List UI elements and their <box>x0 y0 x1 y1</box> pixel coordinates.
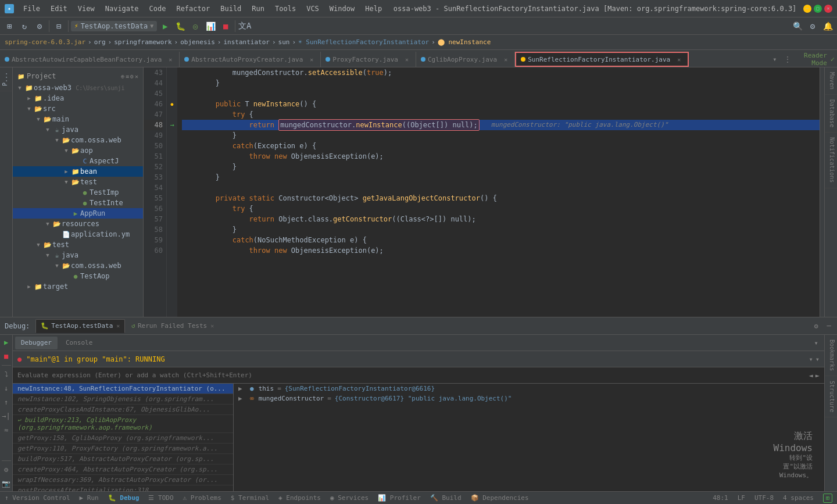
status-encoding[interactable]: UTF-8 <box>754 494 774 502</box>
reader-mode-label[interactable]: Reader Mode <box>795 52 829 67</box>
menu-file[interactable]: File <box>19 3 45 14</box>
frame-item-7[interactable]: createProxy:464, AbstractAutoProxyCreato… <box>13 464 233 475</box>
debug-settings2-btn[interactable]: ⚙ <box>1 464 12 475</box>
tree-src[interactable]: ▼ 📂 src <box>13 103 143 114</box>
tree-idea[interactable]: ▶ 📁 .idea <box>13 93 143 103</box>
var-item-1[interactable]: ▶ ∞ mungedConstructor = {Constructor@661… <box>234 394 824 403</box>
frame-item-8[interactable]: wrapIfNecessary:369, AbstractAutoProxyCr… <box>13 475 233 485</box>
thread-dropdown-btn[interactable]: ▾ <box>815 355 820 363</box>
tree-test-main[interactable]: ▼ 📂 test <box>13 240 143 250</box>
expression-input[interactable] <box>17 371 804 379</box>
coverage-button[interactable]: ◎ <box>188 19 202 33</box>
settings-gear-btn[interactable]: ⚙ <box>806 19 820 33</box>
sidebar-collapse-btn[interactable]: ≡ <box>126 73 129 80</box>
menu-help[interactable]: Help <box>360 3 387 14</box>
sidebar-settings-btn[interactable]: ⚙ <box>130 73 134 80</box>
breadcrumb-org[interactable]: org <box>94 38 106 46</box>
menu-bar[interactable]: File Edit View Navigate Code Refactor Bu… <box>19 3 387 14</box>
menu-run[interactable]: Run <box>247 3 269 14</box>
var-expand-1[interactable]: ▶ <box>238 395 248 402</box>
frame-item-4[interactable]: getProxy:158, CglibAopProxy (org.springf… <box>13 433 233 444</box>
frame-item-9[interactable]: postProcessAfterInitialization:318, Abst… <box>13 485 233 491</box>
status-endpoints[interactable]: ◈ Endpoints <box>278 494 321 502</box>
frame-item-3[interactable]: ↩ buildProxy:213, CglibAopProxy (org.spr… <box>13 415 233 433</box>
status-line-ending[interactable]: LF <box>738 494 745 502</box>
notifications-btn[interactable]: 🔔 <box>821 19 835 33</box>
breadcrumb-springframework[interactable]: springframework <box>114 38 171 46</box>
debug-tab-testaop[interactable]: 🐛 TestAop.testData ✕ <box>35 319 125 333</box>
tab-cglib[interactable]: CglibAopProxy.java ✕ <box>416 52 515 67</box>
tabs-menu-btn[interactable]: ⋮ <box>782 53 793 65</box>
debug-settings-btn[interactable]: ⚙ <box>810 320 822 332</box>
debug-resume-btn[interactable]: ▶ <box>1 337 12 348</box>
structure-panel-tab[interactable]: Structure <box>825 376 837 417</box>
status-version-control[interactable]: ↑ Version Control <box>5 494 70 502</box>
debug-cameras-btn[interactable]: 📷 <box>1 478 12 489</box>
maven-panel-tab[interactable]: Maven <box>825 67 837 95</box>
tab-abstract-proxy[interactable]: AbstractAutoProxyCreator.java ✕ <box>180 52 321 67</box>
debug-stop-btn[interactable]: ■ <box>1 351 12 362</box>
terminal-btn[interactable]: ⊟ <box>52 19 66 33</box>
tab-close-1[interactable]: ✕ <box>166 55 174 63</box>
breadcrumb-method[interactable]: ⬤ newInstance <box>438 38 491 46</box>
project-panel-tab[interactable]: P... <box>0 67 12 91</box>
stop-button[interactable]: ■ <box>219 19 233 33</box>
maximize-button[interactable]: □ <box>814 5 822 13</box>
vertical-scrollbar[interactable] <box>820 67 824 317</box>
status-indent[interactable]: 4 spaces <box>783 494 814 502</box>
breadcrumb-sun[interactable]: sun <box>278 38 290 46</box>
tabs-dropdown-btn[interactable]: ▾ <box>769 53 781 65</box>
debug-tab-rerun-close[interactable]: ✕ <box>210 323 214 329</box>
run-config-selector[interactable]: ⚡ TestAop.testData ▼ <box>71 21 157 31</box>
breadcrumb-class[interactable]: ☀ SunReflectionFactoryInstantiator <box>298 38 429 46</box>
tree-testinte[interactable]: ▶ ● TestInte <box>13 198 143 208</box>
tree-test-folder[interactable]: ▼ 📂 test <box>13 177 143 187</box>
database-panel-tab[interactable]: Database <box>825 95 837 133</box>
run-button[interactable]: ▶ <box>158 19 172 33</box>
debug-tab-testaop-close[interactable]: ✕ <box>116 323 120 329</box>
menu-edit[interactable]: Edit <box>46 3 72 14</box>
menu-navigate[interactable]: Navigate <box>101 3 144 14</box>
tree-java[interactable]: ▼ ☕ java <box>13 124 143 135</box>
project-structure-btn[interactable]: ⊞ <box>2 19 16 33</box>
thread-filter-btn[interactable]: ▾ <box>809 355 813 363</box>
tree-main[interactable]: ▼ 📂 main <box>13 114 143 124</box>
frame-item-2[interactable]: createProxyClassAndInstance:67, Objenesi… <box>13 405 233 415</box>
tree-testimp[interactable]: ▶ ● TestImp <box>13 187 143 198</box>
sidebar-close-btn[interactable]: ✕ <box>135 73 138 80</box>
translate-btn[interactable]: 文A <box>238 19 252 33</box>
debug-minimize-btn[interactable]: ─ <box>823 320 835 332</box>
debug-run-to-cursor-btn[interactable]: →| <box>1 411 12 421</box>
tree-test-java[interactable]: ▼ ☕ java <box>13 250 143 260</box>
code-content[interactable]: mungedConstructor.setAccessible(true); }… <box>177 67 820 317</box>
debug-subtab-console[interactable]: Console <box>60 337 98 349</box>
breadcrumb-jar[interactable]: spring-core-6.0.3.jar <box>5 38 85 46</box>
tab-close-3[interactable]: ✕ <box>403 55 411 63</box>
status-debug[interactable]: 🐛 Debug <box>108 494 140 502</box>
status-profiler[interactable]: 📊 Profiler <box>378 494 421 502</box>
expression-next-btn[interactable]: ► <box>815 371 820 380</box>
tree-appyml[interactable]: ▶ 📄 application.ym <box>13 229 143 240</box>
window-controls[interactable]: ─ □ ✕ <box>803 5 832 13</box>
status-run[interactable]: ▶ Run <box>80 494 99 502</box>
breadcrumb-instantiator[interactable]: instantiator <box>223 38 269 46</box>
debug-step-out-btn[interactable]: ↑ <box>1 397 12 408</box>
menu-code[interactable]: Code <box>145 3 171 14</box>
tab-sun-reflection[interactable]: SunReflectionFactoryInstantiator.java ✕ <box>515 52 689 67</box>
menu-window[interactable]: Window <box>325 3 359 14</box>
tab-close-2[interactable]: ✕ <box>307 55 316 63</box>
status-todo[interactable]: ☰ TODO <box>148 494 173 502</box>
settings-btn[interactable]: ⚙ <box>33 19 46 33</box>
notifications-panel-tab[interactable]: Notifications <box>825 133 837 188</box>
debug-button[interactable]: 🐛 <box>173 19 187 33</box>
menu-build[interactable]: Build <box>216 3 246 14</box>
status-problems[interactable]: ⚠ Problems <box>183 494 221 502</box>
status-services[interactable]: ◉ Services <box>330 494 369 502</box>
bookmarks-panel-tab[interactable]: Bookmarks <box>825 335 837 376</box>
tree-test-com[interactable]: ▼ 📂 com.ossa.web <box>13 260 143 271</box>
tab-abstract-autowire[interactable]: AbstractAutowireCapableBeanFactory.java … <box>0 52 180 67</box>
menu-refactor[interactable]: Refactor <box>171 3 214 14</box>
tab-proxy-factory[interactable]: ProxyFactory.java ✕ <box>321 52 416 67</box>
frame-item-1[interactable]: newInstance:102, SpringObjenesis (org.sp… <box>13 394 233 405</box>
tree-bean[interactable]: ▶ 📁 bean <box>13 166 143 177</box>
